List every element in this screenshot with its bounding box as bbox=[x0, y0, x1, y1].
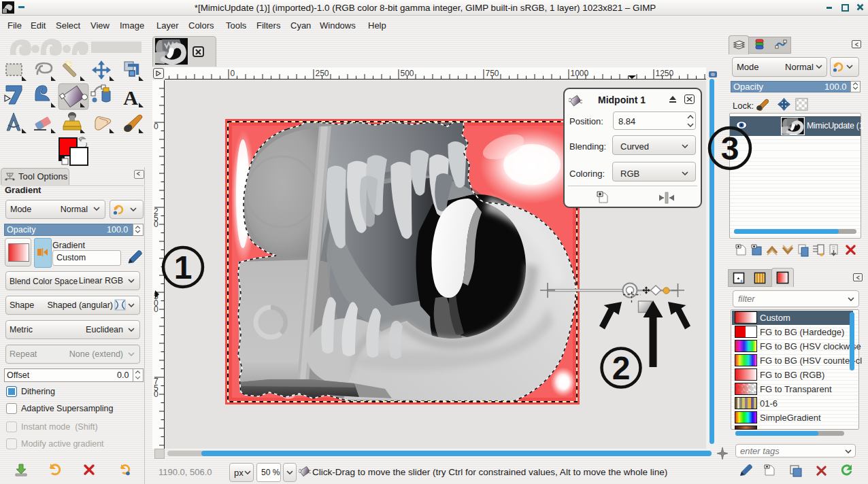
svg-text:0: 0 bbox=[231, 69, 235, 78]
svg-text:1250: 1250 bbox=[656, 69, 674, 78]
svg-text:750: 750 bbox=[486, 69, 499, 78]
svg-text:0: 0 bbox=[154, 122, 158, 131]
svg-text:0: 0 bbox=[154, 305, 158, 314]
svg-text:2: 2 bbox=[612, 350, 631, 386]
svg-text:1: 1 bbox=[174, 249, 193, 286]
svg-text:A: A bbox=[123, 86, 138, 109]
svg-text:0: 0 bbox=[154, 390, 158, 399]
svg-text:3: 3 bbox=[721, 131, 739, 167]
svg-text:500: 500 bbox=[401, 69, 414, 78]
svg-text:1000: 1000 bbox=[571, 69, 589, 78]
svg-text:0: 0 bbox=[154, 220, 158, 229]
svg-text:250: 250 bbox=[316, 69, 329, 78]
